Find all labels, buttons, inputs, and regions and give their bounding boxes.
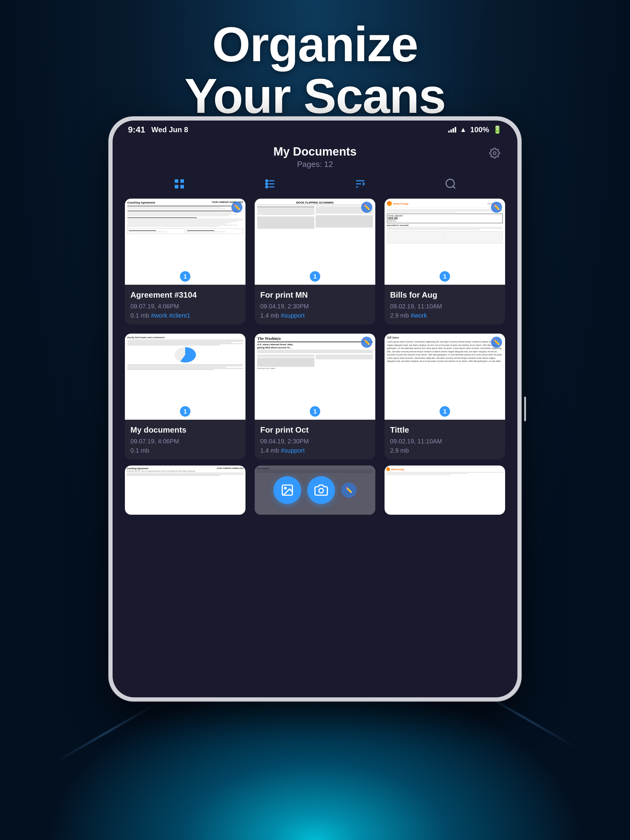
edit-fab-button[interactable]: ✏️ bbox=[341, 482, 356, 498]
svg-point-18 bbox=[319, 489, 324, 493]
app-title: My Documents bbox=[128, 145, 502, 158]
doc-page-badge: 1 bbox=[310, 271, 320, 282]
svg-point-17 bbox=[285, 487, 287, 489]
doc-page-badge: 1 bbox=[440, 406, 450, 417]
bottom-card-bill[interactable]: alinta energy bbox=[385, 466, 505, 515]
doc-meta: 09.02.19, 11:10AM 2.9 mb bbox=[390, 437, 500, 455]
svg-point-5 bbox=[266, 180, 268, 182]
grid-view-button[interactable] bbox=[173, 178, 185, 190]
doc-name: Bills for Aug bbox=[390, 290, 500, 300]
signal-icon bbox=[448, 127, 456, 133]
search-button[interactable] bbox=[445, 178, 457, 190]
doc-info: Tittle 09.02.19, 11:10AM 2.9 mb bbox=[385, 420, 505, 459]
svg-point-14 bbox=[446, 179, 454, 188]
headline-line2: Your Scans bbox=[0, 70, 630, 122]
svg-point-7 bbox=[266, 183, 268, 185]
settings-button[interactable] bbox=[487, 146, 502, 161]
document-grid: Coaching Agreement YOUR COMPANY NAME/LOG… bbox=[112, 196, 518, 466]
document-card-textdoc[interactable]: Gill Sans Lorem ipsum dolor sit amet, co… bbox=[385, 333, 505, 459]
document-card-newspaper[interactable]: The Washin∫o U.S. mines Internet firms' … bbox=[255, 333, 375, 459]
doc-info: For print MN 09.04.19, 2:30PM 1.4 mb #su… bbox=[255, 285, 375, 324]
doc-name: Agreement #3104 bbox=[130, 290, 240, 300]
doc-page-badge: 1 bbox=[180, 406, 190, 417]
doc-info: Agreement #3104 09.07.19, 4:06PM 0.1 mb … bbox=[125, 285, 245, 324]
doc-thumbnail-textdoc: Gill Sans Lorem ipsum dolor sit amet, co… bbox=[385, 333, 505, 420]
status-icons: ▲ 100% 🔋 bbox=[448, 125, 502, 134]
battery-icon: 🔋 bbox=[493, 125, 502, 134]
doc-edit-icon[interactable]: ✏️ bbox=[491, 337, 502, 348]
doc-page-badge: 1 bbox=[180, 271, 190, 282]
doc-thumbnail-agreement: Coaching Agreement YOUR COMPANY NAME/LOG… bbox=[125, 199, 245, 285]
doc-thumbnail-bill: alinta energy TOTAL AMOUN bbox=[385, 199, 505, 285]
gallery-fab-button[interactable] bbox=[274, 476, 301, 504]
svg-rect-3 bbox=[175, 185, 179, 188]
doc-name: My documents bbox=[130, 425, 240, 435]
doc-edit-icon[interactable]: ✏️ bbox=[361, 202, 372, 213]
doc-info: My documents 09.07.19, 4:06PM 0.1 mb bbox=[125, 420, 245, 459]
doc-meta: 09.04.19, 2:30PM 1.4 mb #support bbox=[260, 437, 370, 455]
doc-edit-icon[interactable]: ✏️ bbox=[361, 337, 372, 348]
doc-meta: 09.04.19, 2:30PM 1.4 mb #support bbox=[260, 302, 370, 320]
doc-info: Bills for Aug 09.02.19, 11:10AM 2.9 mb #… bbox=[385, 285, 505, 324]
app-subtitle: Pages: 12 bbox=[128, 159, 502, 169]
bottom-card-agreement[interactable]: Coaching Agreement YOUR COMPANY NAME/LOG… bbox=[125, 466, 245, 515]
app-header: My Documents Pages: 12 bbox=[112, 139, 518, 172]
doc-thumbnail-book: BOOK FLIPPING SCANNING bbox=[255, 199, 375, 285]
ipad-frame: 9:41 Wed Jun 8 ▲ 100% 🔋 My Documents Pag… bbox=[109, 117, 521, 701]
svg-line-15 bbox=[453, 186, 455, 188]
status-date: Wed Jun 8 bbox=[151, 125, 188, 134]
bottom-card-fab: The Washin∫o bbox=[255, 466, 375, 515]
list-view-button[interactable] bbox=[264, 178, 276, 190]
fab-overlay: ✏️ bbox=[255, 466, 375, 515]
doc-page-badge: 1 bbox=[440, 271, 450, 282]
battery-text: 100% bbox=[470, 125, 489, 134]
doc-meta: 09.07.19, 4:06PM 0.1 mb #work #client1 bbox=[130, 302, 240, 320]
toolbar bbox=[119, 172, 511, 196]
camera-fab-button[interactable] bbox=[307, 476, 335, 504]
svg-point-9 bbox=[266, 186, 268, 188]
svg-point-0 bbox=[494, 152, 496, 155]
bottom-row: Coaching Agreement YOUR COMPANY NAME/LOG… bbox=[112, 466, 518, 515]
doc-meta: 09.07.19, 4:06PM 0.1 mb bbox=[130, 437, 240, 455]
status-bar: 9:41 Wed Jun 8 ▲ 100% 🔋 bbox=[112, 120, 518, 139]
sort-button[interactable] bbox=[354, 178, 366, 190]
doc-page-badge: 1 bbox=[310, 406, 320, 417]
doc-info: For print Oct 09.04.19, 2:30PM 1.4 mb #s… bbox=[255, 420, 375, 459]
doc-edit-icon[interactable]: ✏️ bbox=[231, 202, 242, 213]
svg-rect-2 bbox=[180, 179, 184, 183]
svg-rect-1 bbox=[175, 179, 179, 183]
document-card-mydocs[interactable]: Easily find leads and customers 1 bbox=[125, 333, 245, 459]
doc-name: For print Oct bbox=[260, 425, 370, 435]
main-headline: Organize Your Scans bbox=[0, 19, 630, 122]
document-card-bill[interactable]: alinta energy TOTAL AMOUN bbox=[385, 199, 505, 324]
document-card-book[interactable]: BOOK FLIPPING SCANNING bbox=[255, 199, 375, 324]
doc-name: Tittle bbox=[390, 425, 500, 435]
ipad-screen: 9:41 Wed Jun 8 ▲ 100% 🔋 My Documents Pag… bbox=[112, 120, 518, 697]
svg-rect-4 bbox=[180, 185, 184, 188]
doc-thumbnail-newspaper: The Washin∫o U.S. mines Internet firms' … bbox=[255, 333, 375, 420]
wifi-icon: ▲ bbox=[460, 126, 467, 134]
status-time: 9:41 bbox=[128, 125, 145, 135]
doc-edit-icon[interactable]: ✏️ bbox=[491, 202, 502, 213]
doc-thumbnail-mydocs: Easily find leads and customers 1 bbox=[125, 333, 245, 420]
doc-meta: 09.02.19, 11:10AM 2.9 mb #work bbox=[390, 302, 500, 320]
doc-name: For print MN bbox=[260, 290, 370, 300]
document-card-agreement[interactable]: Coaching Agreement YOUR COMPANY NAME/LOG… bbox=[125, 199, 245, 324]
headline-line1: Organize bbox=[0, 19, 630, 70]
